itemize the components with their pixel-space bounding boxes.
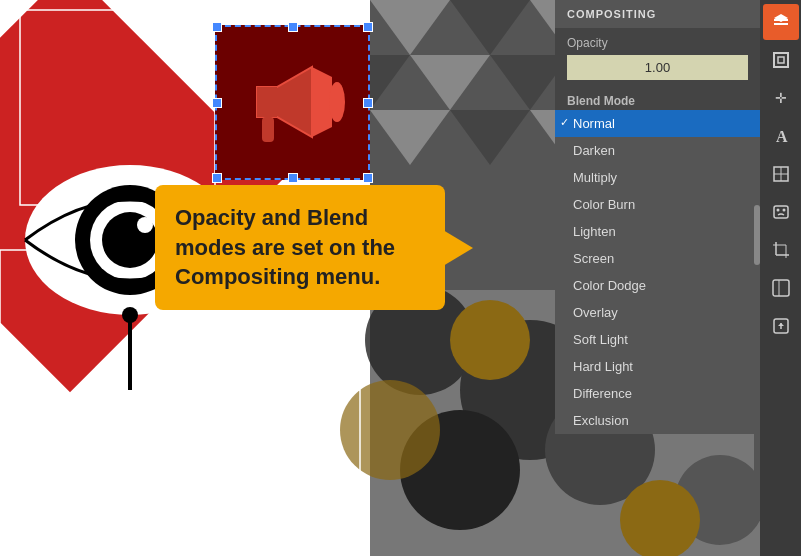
svg-rect-40: [257, 87, 277, 117]
speech-bubble: Opacity and Blend modes are set on the C…: [155, 185, 445, 310]
blend-item-multiply[interactable]: Multiply: [555, 164, 760, 191]
handle-bc[interactable]: [288, 173, 298, 183]
layers-icon-btn[interactable]: [763, 4, 799, 40]
opacity-input[interactable]: [567, 55, 748, 80]
opacity-label: Opacity: [567, 36, 748, 50]
blend-item-overlay[interactable]: Overlay: [555, 299, 760, 326]
right-toolbar: ✛ A: [760, 0, 801, 556]
handle-bl[interactable]: [212, 173, 222, 183]
blend-item-exclusion[interactable]: Exclusion: [555, 407, 760, 434]
svg-point-27: [340, 380, 440, 480]
svg-marker-65: [778, 323, 784, 326]
svg-point-36: [137, 217, 153, 233]
blend-item-hard-light[interactable]: Hard Light: [555, 353, 760, 380]
handle-tl[interactable]: [212, 22, 222, 32]
opacity-section: Opacity: [555, 28, 760, 88]
svg-point-42: [329, 82, 345, 122]
handle-tr[interactable]: [363, 22, 373, 32]
swap-icon-btn[interactable]: [763, 270, 799, 306]
crop-icon-btn[interactable]: [763, 232, 799, 268]
speech-bubble-text: Opacity and Blend modes are set on the C…: [175, 203, 425, 292]
blend-item-normal[interactable]: Normal: [555, 110, 760, 137]
svg-point-55: [776, 209, 779, 212]
blend-mode-dropdown: Normal Darken Multiply Color Burn Lighte…: [555, 110, 760, 434]
svg-text:A: A: [776, 128, 788, 145]
handle-tc[interactable]: [288, 22, 298, 32]
blend-item-color-dodge[interactable]: Color Dodge: [555, 272, 760, 299]
selected-element[interactable]: [215, 25, 370, 180]
svg-rect-54: [774, 206, 788, 218]
blend-item-screen[interactable]: Screen: [555, 245, 760, 272]
svg-rect-48: [778, 57, 784, 63]
svg-point-38: [122, 307, 138, 323]
handle-ml[interactable]: [212, 98, 222, 108]
svg-text:✛: ✛: [775, 90, 787, 106]
handle-mr[interactable]: [363, 98, 373, 108]
export-icon-btn[interactable]: [763, 308, 799, 344]
svg-point-26: [450, 300, 530, 380]
blend-item-difference[interactable]: Difference: [555, 380, 760, 407]
blend-item-lighten[interactable]: Lighten: [555, 218, 760, 245]
svg-rect-43: [262, 117, 274, 142]
mask-icon-btn[interactable]: [763, 194, 799, 230]
frame-icon-btn[interactable]: [763, 42, 799, 78]
panel-title: COMPOSITING: [555, 0, 760, 28]
svg-point-56: [782, 209, 785, 212]
svg-rect-47: [774, 53, 788, 67]
compositing-panel: COMPOSITING Opacity Blend Mode Normal Da…: [555, 0, 760, 434]
blend-mode-label: Blend Mode: [555, 88, 760, 110]
blend-item-darken[interactable]: Darken: [555, 137, 760, 164]
svg-rect-45: [774, 23, 788, 25]
svg-rect-61: [773, 280, 789, 296]
blend-item-color-burn[interactable]: Color Burn: [555, 191, 760, 218]
handle-br[interactable]: [363, 173, 373, 183]
text-icon-btn[interactable]: A: [763, 118, 799, 154]
blend-item-soft-light[interactable]: Soft Light: [555, 326, 760, 353]
table-icon-btn[interactable]: [763, 156, 799, 192]
move-icon-btn[interactable]: ✛: [763, 80, 799, 116]
